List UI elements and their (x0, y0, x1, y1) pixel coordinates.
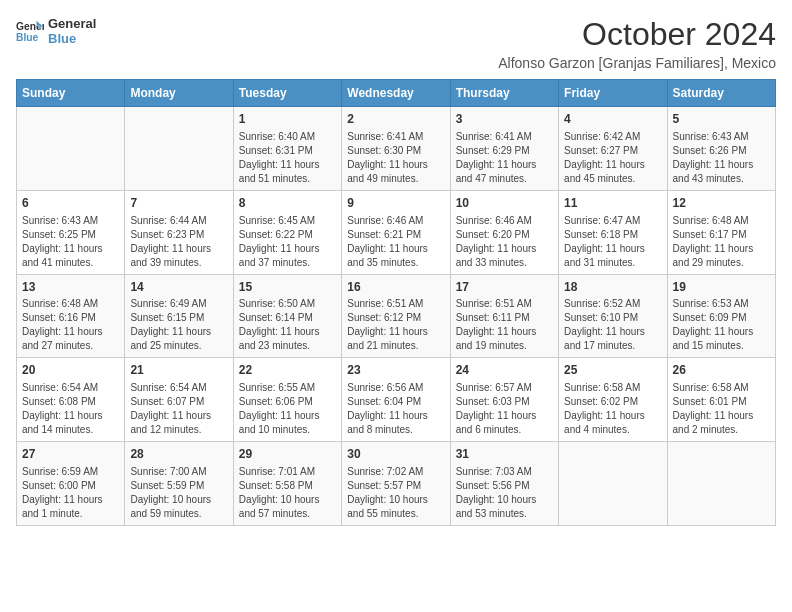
day-number: 27 (22, 446, 119, 463)
day-info: Sunrise: 7:03 AM Sunset: 5:56 PM Dayligh… (456, 465, 553, 521)
day-info: Sunrise: 6:51 AM Sunset: 6:11 PM Dayligh… (456, 297, 553, 353)
day-number: 13 (22, 279, 119, 296)
header-row: SundayMondayTuesdayWednesdayThursdayFrid… (17, 80, 776, 107)
day-info: Sunrise: 6:48 AM Sunset: 6:17 PM Dayligh… (673, 214, 770, 270)
calendar-cell: 23Sunrise: 6:56 AM Sunset: 6:04 PM Dayli… (342, 358, 450, 442)
day-info: Sunrise: 6:46 AM Sunset: 6:20 PM Dayligh… (456, 214, 553, 270)
day-number: 24 (456, 362, 553, 379)
calendar-cell: 5Sunrise: 6:43 AM Sunset: 6:26 PM Daylig… (667, 107, 775, 191)
week-row-3: 13Sunrise: 6:48 AM Sunset: 6:16 PM Dayli… (17, 274, 776, 358)
logo: General Blue General Blue (16, 16, 96, 46)
day-number: 29 (239, 446, 336, 463)
day-number: 7 (130, 195, 227, 212)
week-row-1: 1Sunrise: 6:40 AM Sunset: 6:31 PM Daylig… (17, 107, 776, 191)
calendar-cell: 1Sunrise: 6:40 AM Sunset: 6:31 PM Daylig… (233, 107, 341, 191)
day-info: Sunrise: 6:58 AM Sunset: 6:01 PM Dayligh… (673, 381, 770, 437)
day-header-tuesday: Tuesday (233, 80, 341, 107)
calendar-cell: 22Sunrise: 6:55 AM Sunset: 6:06 PM Dayli… (233, 358, 341, 442)
day-info: Sunrise: 6:50 AM Sunset: 6:14 PM Dayligh… (239, 297, 336, 353)
calendar-cell: 16Sunrise: 6:51 AM Sunset: 6:12 PM Dayli… (342, 274, 450, 358)
calendar-cell: 27Sunrise: 6:59 AM Sunset: 6:00 PM Dayli… (17, 442, 125, 526)
day-header-saturday: Saturday (667, 80, 775, 107)
calendar-cell: 21Sunrise: 6:54 AM Sunset: 6:07 PM Dayli… (125, 358, 233, 442)
day-number: 23 (347, 362, 444, 379)
day-number: 25 (564, 362, 661, 379)
day-info: Sunrise: 6:55 AM Sunset: 6:06 PM Dayligh… (239, 381, 336, 437)
day-number: 3 (456, 111, 553, 128)
calendar-cell: 29Sunrise: 7:01 AM Sunset: 5:58 PM Dayli… (233, 442, 341, 526)
calendar-cell: 13Sunrise: 6:48 AM Sunset: 6:16 PM Dayli… (17, 274, 125, 358)
week-row-5: 27Sunrise: 6:59 AM Sunset: 6:00 PM Dayli… (17, 442, 776, 526)
day-number: 28 (130, 446, 227, 463)
calendar-cell: 7Sunrise: 6:44 AM Sunset: 6:23 PM Daylig… (125, 190, 233, 274)
day-info: Sunrise: 6:47 AM Sunset: 6:18 PM Dayligh… (564, 214, 661, 270)
calendar-cell: 8Sunrise: 6:45 AM Sunset: 6:22 PM Daylig… (233, 190, 341, 274)
day-info: Sunrise: 6:57 AM Sunset: 6:03 PM Dayligh… (456, 381, 553, 437)
day-info: Sunrise: 6:48 AM Sunset: 6:16 PM Dayligh… (22, 297, 119, 353)
calendar-cell: 19Sunrise: 6:53 AM Sunset: 6:09 PM Dayli… (667, 274, 775, 358)
calendar-cell: 18Sunrise: 6:52 AM Sunset: 6:10 PM Dayli… (559, 274, 667, 358)
day-info: Sunrise: 6:52 AM Sunset: 6:10 PM Dayligh… (564, 297, 661, 353)
day-info: Sunrise: 6:54 AM Sunset: 6:08 PM Dayligh… (22, 381, 119, 437)
day-header-sunday: Sunday (17, 80, 125, 107)
day-info: Sunrise: 6:40 AM Sunset: 6:31 PM Dayligh… (239, 130, 336, 186)
calendar-cell: 2Sunrise: 6:41 AM Sunset: 6:30 PM Daylig… (342, 107, 450, 191)
title-area: October 2024 Alfonso Garzon [Granjas Fam… (498, 16, 776, 71)
day-header-thursday: Thursday (450, 80, 558, 107)
logo-icon: General Blue (16, 17, 44, 45)
day-number: 18 (564, 279, 661, 296)
day-info: Sunrise: 6:51 AM Sunset: 6:12 PM Dayligh… (347, 297, 444, 353)
day-number: 15 (239, 279, 336, 296)
day-info: Sunrise: 6:56 AM Sunset: 6:04 PM Dayligh… (347, 381, 444, 437)
day-number: 9 (347, 195, 444, 212)
calendar-table: SundayMondayTuesdayWednesdayThursdayFrid… (16, 79, 776, 526)
calendar-cell: 30Sunrise: 7:02 AM Sunset: 5:57 PM Dayli… (342, 442, 450, 526)
day-number: 4 (564, 111, 661, 128)
day-info: Sunrise: 6:59 AM Sunset: 6:00 PM Dayligh… (22, 465, 119, 521)
day-number: 14 (130, 279, 227, 296)
day-number: 30 (347, 446, 444, 463)
day-number: 19 (673, 279, 770, 296)
day-number: 16 (347, 279, 444, 296)
day-number: 11 (564, 195, 661, 212)
day-info: Sunrise: 6:43 AM Sunset: 6:26 PM Dayligh… (673, 130, 770, 186)
day-number: 6 (22, 195, 119, 212)
week-row-2: 6Sunrise: 6:43 AM Sunset: 6:25 PM Daylig… (17, 190, 776, 274)
day-header-friday: Friday (559, 80, 667, 107)
day-info: Sunrise: 6:41 AM Sunset: 6:30 PM Dayligh… (347, 130, 444, 186)
day-info: Sunrise: 6:53 AM Sunset: 6:09 PM Dayligh… (673, 297, 770, 353)
day-number: 21 (130, 362, 227, 379)
day-info: Sunrise: 7:01 AM Sunset: 5:58 PM Dayligh… (239, 465, 336, 521)
day-info: Sunrise: 6:58 AM Sunset: 6:02 PM Dayligh… (564, 381, 661, 437)
calendar-cell: 14Sunrise: 6:49 AM Sunset: 6:15 PM Dayli… (125, 274, 233, 358)
day-info: Sunrise: 6:44 AM Sunset: 6:23 PM Dayligh… (130, 214, 227, 270)
day-header-monday: Monday (125, 80, 233, 107)
calendar-cell: 31Sunrise: 7:03 AM Sunset: 5:56 PM Dayli… (450, 442, 558, 526)
day-number: 31 (456, 446, 553, 463)
calendar-cell (667, 442, 775, 526)
day-info: Sunrise: 6:41 AM Sunset: 6:29 PM Dayligh… (456, 130, 553, 186)
calendar-cell: 10Sunrise: 6:46 AM Sunset: 6:20 PM Dayli… (450, 190, 558, 274)
calendar-cell: 17Sunrise: 6:51 AM Sunset: 6:11 PM Dayli… (450, 274, 558, 358)
day-number: 5 (673, 111, 770, 128)
day-number: 10 (456, 195, 553, 212)
day-info: Sunrise: 7:02 AM Sunset: 5:57 PM Dayligh… (347, 465, 444, 521)
day-info: Sunrise: 6:54 AM Sunset: 6:07 PM Dayligh… (130, 381, 227, 437)
calendar-cell: 24Sunrise: 6:57 AM Sunset: 6:03 PM Dayli… (450, 358, 558, 442)
day-info: Sunrise: 6:49 AM Sunset: 6:15 PM Dayligh… (130, 297, 227, 353)
calendar-cell: 26Sunrise: 6:58 AM Sunset: 6:01 PM Dayli… (667, 358, 775, 442)
calendar-cell: 15Sunrise: 6:50 AM Sunset: 6:14 PM Dayli… (233, 274, 341, 358)
calendar-cell: 28Sunrise: 7:00 AM Sunset: 5:59 PM Dayli… (125, 442, 233, 526)
calendar-cell: 4Sunrise: 6:42 AM Sunset: 6:27 PM Daylig… (559, 107, 667, 191)
logo-line1: General (48, 16, 96, 31)
day-number: 8 (239, 195, 336, 212)
page-header: General Blue General Blue October 2024 A… (16, 16, 776, 71)
calendar-cell (17, 107, 125, 191)
calendar-cell: 20Sunrise: 6:54 AM Sunset: 6:08 PM Dayli… (17, 358, 125, 442)
week-row-4: 20Sunrise: 6:54 AM Sunset: 6:08 PM Dayli… (17, 358, 776, 442)
day-number: 22 (239, 362, 336, 379)
calendar-cell: 11Sunrise: 6:47 AM Sunset: 6:18 PM Dayli… (559, 190, 667, 274)
calendar-cell: 12Sunrise: 6:48 AM Sunset: 6:17 PM Dayli… (667, 190, 775, 274)
calendar-cell: 25Sunrise: 6:58 AM Sunset: 6:02 PM Dayli… (559, 358, 667, 442)
calendar-cell: 3Sunrise: 6:41 AM Sunset: 6:29 PM Daylig… (450, 107, 558, 191)
